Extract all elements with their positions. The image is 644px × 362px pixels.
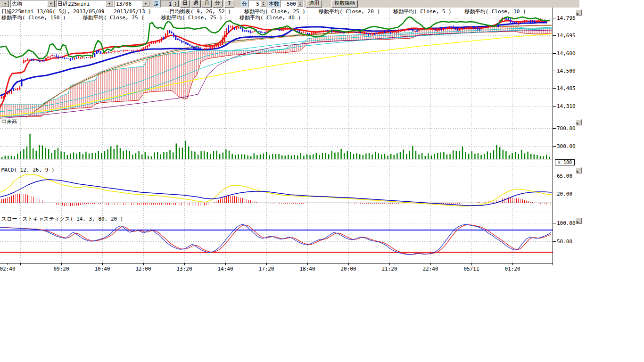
interval-tick-button[interactable]: T: [224, 0, 234, 8]
y-axis-label: 700.00: [557, 125, 576, 132]
x-axis-label: 02:40: [0, 266, 16, 272]
x-axis-label: 14:40: [217, 266, 233, 272]
collapse-arrow-icon: [577, 122, 579, 124]
y-axis-label: 20.00: [557, 191, 572, 197]
interval-month-button[interactable]: 月: [202, 0, 212, 8]
legend-item: 移動平均( Close, 20 ): [319, 8, 380, 15]
x-axis-label: 22:40: [422, 266, 438, 272]
x-axis-label: 20:00: [340, 266, 356, 272]
collapse-arrow-icon: [577, 221, 579, 223]
legend-item: 移動平均( Close, 75 ): [83, 14, 144, 21]
legend-item: 移動平均( Close, 10 ): [465, 8, 526, 15]
contract-combobox[interactable]: 13/06 ▼: [115, 0, 150, 8]
x-axis-label: 13:20: [176, 266, 192, 272]
volume-bars: [0, 134, 553, 159]
ashi-label: 足: [153, 0, 160, 7]
spinner-arrows-icon[interactable]: ▲▼: [297, 0, 303, 7]
x-axis-label: 09:20: [53, 266, 69, 272]
y-axis-label: 14,405: [557, 85, 576, 91]
contract-value: 13/06: [115, 1, 142, 7]
axes: [0, 8, 556, 265]
bars-spinner[interactable]: 500 ▲▼: [281, 0, 304, 8]
ashi-count-value: 1: [161, 1, 173, 7]
minute-value: 5: [249, 1, 260, 7]
bars-label: 本数: [268, 0, 280, 7]
x-axis-label: 10:40: [94, 266, 110, 272]
pane-collapse-button[interactable]: [576, 218, 582, 224]
collapse-arrow-icon: [577, 170, 579, 173]
chevron-down-icon[interactable]: ▼: [142, 0, 149, 7]
x-axis-label: 21:20: [381, 266, 397, 272]
interval-week-button[interactable]: 週: [191, 0, 201, 8]
chevron-down-icon[interactable]: ▼: [47, 0, 55, 7]
y-axis-label: 65.00: [557, 173, 572, 179]
symbol-value: 日経225mini: [57, 0, 106, 8]
y-axis-label: 100.00: [557, 220, 576, 226]
y-axis-label: 50.00: [557, 239, 572, 245]
x-axis-label: 05/11: [463, 266, 479, 272]
stochastics-pane: [0, 224, 553, 255]
apply-button[interactable]: 適用: [306, 0, 322, 8]
ashi-count-spinner[interactable]: 1 ▲▼: [160, 0, 179, 8]
interval-minute-button[interactable]: 分: [213, 0, 223, 8]
symbol-combobox[interactable]: 日経225mini ▼: [56, 0, 114, 8]
x-axis-label: 01:20: [504, 266, 520, 272]
x-axis-label: 12:00: [135, 266, 151, 272]
stoch-pane-label: スロー・ストキャスティクス( 14, 3, 80, 20 ): [1, 215, 123, 222]
interval-day-button[interactable]: 日: [180, 0, 190, 8]
chevron-down-icon[interactable]: ▼: [1, 0, 9, 7]
minute-label: 分: [241, 0, 248, 7]
ichimoku-cloud: [0, 26, 552, 116]
legend-item: 移動平均( Close, 150 ): [1, 14, 66, 21]
x-axis-label: 18:40: [299, 266, 315, 272]
chart-canvas[interactable]: [0, 0, 644, 283]
y-axis-label: 14,500: [557, 68, 576, 74]
volume-multiplier-badge: × 100: [555, 159, 575, 165]
minute-spinner[interactable]: 5 ▲▼: [248, 0, 267, 8]
y-axis-label: 300.00: [557, 143, 576, 149]
y-axis-label: 14,695: [557, 33, 576, 39]
macd-pane: [0, 174, 553, 206]
pane-collapse-button[interactable]: [576, 9, 582, 16]
toolbar: ▼ 先物 ▼ 日経225mini ▼ 13/06 ▼ 足 1 ▲▼ 日 週 月 …: [0, 0, 579, 8]
macd-pane-label: MACD( 12, 26, 9 ): [1, 167, 55, 173]
bars-value: 500: [281, 1, 297, 7]
legend-item: 移動平均( Close, 40 ): [239, 14, 301, 21]
trading-app-window: ▼ 先物 ▼ 日経225mini ▼ 13/06 ▼ 足 1 ▲▼ 日 週 月 …: [0, 0, 644, 362]
legend-row-2: 移動平均( Close, 150 )移動平均( Close, 75 )移動平均(…: [1, 14, 318, 21]
legend-item: 移動平均( Close, 5 ): [393, 8, 451, 15]
window-select-dropdown[interactable]: ▼: [1, 0, 9, 8]
legend-item: 移動平均( Close, 75 ): [161, 14, 223, 21]
spinner-arrows-icon[interactable]: ▲▼: [260, 0, 266, 7]
spinner-arrows-icon[interactable]: ▲▼: [173, 0, 179, 7]
chevron-down-icon[interactable]: ▼: [106, 0, 113, 7]
collapse-arrow-icon: [577, 12, 579, 15]
multi-symbol-button[interactable]: 複数銘柄: [331, 0, 358, 8]
y-axis-label: 14,795: [557, 15, 576, 21]
y-axis-label: 14,600: [557, 50, 576, 57]
category-combobox[interactable]: 先物 ▼: [10, 0, 55, 8]
y-axis-label: 14,310: [557, 103, 576, 109]
pane-collapse-button[interactable]: [576, 119, 582, 125]
x-axis-label: 17:20: [258, 266, 274, 272]
pane-collapse-button[interactable]: [576, 167, 582, 173]
volume-pane-label: 出来高: [1, 118, 17, 125]
category-value: 先物: [11, 0, 47, 8]
